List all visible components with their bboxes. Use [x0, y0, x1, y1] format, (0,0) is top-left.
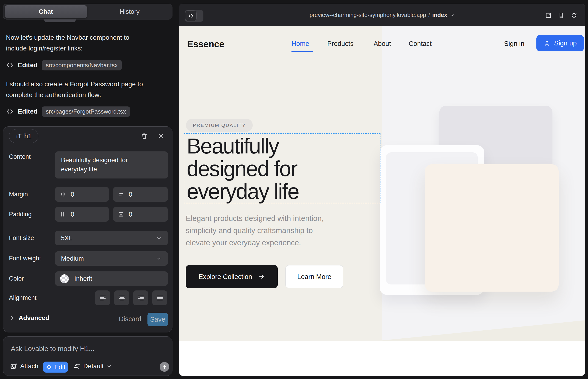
font-weight-label: Font weight: [9, 255, 41, 262]
code-icon: [6, 61, 14, 69]
learn-more-button[interactable]: Learn More: [285, 265, 343, 288]
url-separator: /: [428, 12, 430, 18]
sign-in-link[interactable]: Sign in: [504, 40, 525, 47]
url-bar[interactable]: preview--charming-site-symphony.lovable.…: [179, 4, 585, 26]
chat-message: Now let's update the Navbar component to…: [6, 32, 170, 54]
margin-horizontal-icon: [60, 191, 66, 198]
margin-y-input[interactable]: 0: [113, 187, 168, 202]
element-editor-panel: тT h1 Content Beautifully designed for e…: [3, 126, 172, 332]
sliders-icon: [74, 363, 80, 370]
tab-history[interactable]: History: [89, 5, 171, 18]
align-right-button[interactable]: [133, 290, 148, 305]
padding-horizontal-icon: [60, 211, 66, 218]
chevron-down-icon: [156, 235, 162, 241]
edit-mode-button[interactable]: Edit: [43, 362, 68, 373]
nav-products[interactable]: Products: [327, 40, 353, 47]
padding-y-input[interactable]: 0: [113, 207, 168, 222]
nav-contact[interactable]: Contact: [409, 40, 432, 47]
delete-element-button[interactable]: [139, 131, 150, 141]
font-size-value: 5XL: [61, 235, 73, 242]
model-default-selector[interactable]: Default: [74, 363, 112, 370]
hero-title-line: Beautifully: [187, 135, 299, 157]
font-size-select[interactable]: 5XL: [55, 231, 168, 245]
app: Chat History Now let's update the Navbar…: [0, 0, 588, 379]
nav-home[interactable]: Home: [292, 40, 309, 47]
explore-collection-button[interactable]: Explore Collection: [186, 265, 278, 288]
selected-element-tag: h1: [24, 132, 32, 140]
alignment-label: Alignment: [9, 294, 36, 301]
padding-x-value: 0: [71, 211, 74, 218]
chat-message-line: Now let's update the Navbar component to: [6, 32, 170, 43]
align-right-icon: [137, 294, 145, 302]
arrow-right-icon: [258, 273, 265, 280]
discard-button[interactable]: Discard: [119, 315, 141, 323]
attach-button[interactable]: Attach: [10, 363, 38, 370]
close-editor-button[interactable]: [155, 131, 166, 141]
color-select[interactable]: Inherit: [55, 271, 168, 286]
hero-paragraph-line: simplicity and quality craftsmanship to: [186, 224, 324, 237]
margin-x-input[interactable]: 0: [55, 187, 109, 202]
color-label: Color: [9, 275, 24, 282]
font-weight-select[interactable]: Medium: [55, 251, 168, 266]
color-swatch: [60, 274, 69, 283]
padding-x-input[interactable]: 0: [55, 207, 109, 222]
hero-title-line: designed for: [187, 157, 299, 180]
code-icon: [6, 108, 14, 115]
color-value: Inherit: [74, 275, 92, 283]
margin-label: Margin: [9, 191, 28, 198]
chevron-right-icon: [9, 315, 15, 321]
chat-history-tabs: Chat History: [3, 4, 172, 19]
attach-label: Attach: [20, 363, 38, 370]
target-icon: [46, 364, 52, 370]
align-justify-button[interactable]: [152, 290, 167, 305]
open-external-button[interactable]: [545, 12, 552, 19]
margin-vertical-icon: [118, 191, 124, 198]
advanced-toggle[interactable]: Advanced: [9, 314, 49, 322]
sign-up-button[interactable]: Sign up: [536, 35, 584, 51]
chat-message: I should also create a Forgot Password p…: [6, 79, 170, 100]
tab-chat[interactable]: Chat: [5, 5, 87, 18]
site-viewport: Essence Home Products About Contact Sign…: [179, 26, 585, 376]
chat-message-line: I should also create a Forgot Password p…: [6, 79, 170, 90]
premium-quality-badge: PREMIUM QUALITY: [186, 119, 253, 132]
explore-collection-label: Explore Collection: [199, 273, 252, 281]
hero-paragraph: Elegant products designed with intention…: [186, 212, 324, 249]
edited-file-badge[interactable]: src/pages/ForgotPassword.tsx: [42, 107, 130, 117]
hero-paragraph-line: elevate your everyday experience.: [186, 237, 324, 249]
chat-message-line: complete the authentication flow:: [6, 90, 170, 100]
nav-home-underline: [292, 51, 313, 52]
edited-label: Edited: [18, 62, 38, 69]
hero-title-line: everyday life: [187, 180, 299, 203]
edited-label: Edited: [18, 108, 38, 115]
mobile-preview-button[interactable]: [558, 12, 564, 19]
composer-input[interactable]: Ask Lovable to modify H1...: [11, 345, 94, 353]
truncated-chip: [44, 19, 76, 22]
padding-label: Padding: [9, 211, 32, 218]
align-center-icon: [118, 294, 126, 302]
selected-element-chip[interactable]: тT h1: [9, 129, 38, 143]
align-left-button[interactable]: [95, 290, 110, 305]
content-input-line: everyday life: [61, 165, 128, 174]
send-button[interactable]: [160, 362, 169, 372]
nav-about[interactable]: About: [373, 40, 391, 47]
sign-up-label: Sign up: [554, 39, 576, 47]
margin-y-value: 0: [129, 191, 132, 198]
edited-file-row: Edited src/pages/ForgotPassword.tsx: [6, 107, 130, 117]
save-button[interactable]: Save: [147, 313, 168, 326]
page-section-blank: [179, 341, 585, 376]
preview-window: preview--charming-site-symphony.lovable.…: [179, 4, 585, 376]
edited-file-row: Edited src/components/Navbar.tsx: [6, 60, 122, 70]
align-left-icon: [99, 294, 107, 302]
refresh-button[interactable]: [571, 12, 577, 19]
url-host: preview--charming-site-symphony.lovable.…: [309, 12, 426, 18]
site-logo[interactable]: Essence: [187, 39, 224, 49]
chat-message-line: include login/register links:: [6, 43, 170, 54]
edited-file-badge[interactable]: src/components/Navbar.tsx: [42, 60, 122, 70]
default-label: Default: [83, 363, 104, 370]
h1-selection-outline[interactable]: Beautifully designed for everyday life: [184, 133, 380, 203]
content-input[interactable]: Beautifully designed for everyday life: [55, 151, 168, 178]
hero-title[interactable]: Beautifully designed for everyday life: [187, 135, 299, 203]
heading-type-icon: тT: [15, 133, 21, 140]
chevron-down-icon: [107, 363, 112, 369]
align-center-button[interactable]: [114, 290, 129, 305]
